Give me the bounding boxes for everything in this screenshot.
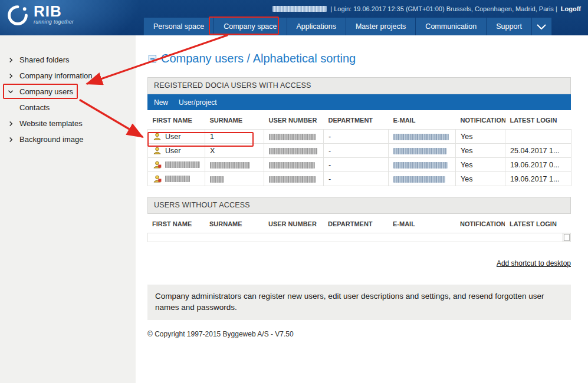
sidebar-item-label: Contacts bbox=[19, 103, 50, 112]
login-info: | Login: 19.06.2017 12:35 (GMT+01:00) Br… bbox=[330, 5, 557, 12]
redacted-user-number bbox=[269, 134, 316, 140]
new-button[interactable]: New bbox=[154, 98, 168, 107]
sidebar-item-company-users[interactable]: Company users bbox=[0, 84, 136, 100]
users-without-access-grid: FIRST NAME SURNAME USER NUMBER DEPARTMEN… bbox=[147, 214, 571, 233]
redacted-surname bbox=[210, 176, 224, 183]
sidebar-item-label: Shared folders bbox=[19, 55, 70, 64]
chevron-right-icon bbox=[8, 57, 14, 63]
chevron-placeholder bbox=[8, 105, 14, 111]
redacted-user-number bbox=[269, 148, 317, 154]
column-header-row: FIRST NAME SURNAME USER NUMBER DEPARTMEN… bbox=[148, 110, 571, 130]
redacted-first-name bbox=[165, 176, 190, 182]
column-header-surname[interactable]: SURNAME bbox=[205, 214, 264, 233]
app-header: RIB running together | Login: 19.06.2017… bbox=[0, 0, 588, 35]
tab-applications[interactable]: Applications bbox=[287, 18, 346, 35]
scrollbar-track bbox=[563, 233, 570, 242]
sidebar-item-contacts[interactable]: Contacts bbox=[0, 100, 136, 115]
sidebar-item-shared-folders[interactable]: Shared folders bbox=[0, 52, 136, 68]
redacted-email bbox=[393, 134, 449, 140]
users-without-access-table: USERS WITHOUT ACCESS FIRST NAME SURNAME … bbox=[147, 197, 571, 242]
tab-personal-space[interactable]: Personal space bbox=[143, 18, 214, 35]
column-header-latest-login[interactable]: LATEST LOGIN bbox=[505, 110, 571, 130]
shortcut-link-row: Add shortcut to desktop bbox=[147, 257, 571, 268]
cell-latest-login bbox=[505, 130, 571, 144]
section-collapse-icon bbox=[149, 55, 156, 62]
users-without-access-title: USERS WITHOUT ACCESS bbox=[147, 197, 571, 214]
redacted-username bbox=[272, 6, 327, 12]
rib-logo-icon bbox=[7, 5, 28, 26]
column-header-user-number[interactable]: USER NUMBER bbox=[264, 110, 324, 130]
redacted-email bbox=[393, 148, 446, 154]
cell-surname: 1 bbox=[205, 130, 264, 144]
table-row[interactable]: - Yes 19.06.2017 1... bbox=[148, 172, 571, 186]
copyright-text: © Copyright 1997-2015 Byggeweb A/S - V7.… bbox=[147, 330, 588, 338]
page-title: Company users / Alphabetical sorting bbox=[161, 52, 356, 65]
column-header-latest-login[interactable]: LATEST LOGIN bbox=[505, 214, 571, 233]
column-header-user-number[interactable]: USER NUMBER bbox=[264, 214, 323, 233]
table-toolbar: New User/project bbox=[147, 94, 571, 110]
column-header-email[interactable]: E-MAIL bbox=[389, 110, 456, 130]
redacted-user-number bbox=[269, 176, 316, 183]
registered-users-grid: FIRST NAME SURNAME USER NUMBER DEPARTMEN… bbox=[147, 110, 571, 186]
tab-communication[interactable]: Communication bbox=[416, 18, 487, 35]
chevron-right-icon bbox=[8, 73, 14, 79]
column-header-notification[interactable]: NOTIFICATION... bbox=[456, 110, 505, 130]
sidebar-item-website-templates[interactable]: Website templates bbox=[0, 115, 136, 131]
user-admin-icon bbox=[153, 175, 162, 183]
sidebar: Shared folders Company information Compa… bbox=[0, 35, 136, 383]
table-row[interactable]: User X - Yes 25.04.2017 1... bbox=[148, 144, 571, 158]
sidebar-item-background-image[interactable]: Background image bbox=[0, 131, 136, 147]
redacted-surname bbox=[210, 162, 250, 169]
cell-notification: Yes bbox=[456, 130, 505, 144]
cell-department: - bbox=[324, 130, 389, 144]
page-title-row: Company users / Alphabetical sorting bbox=[149, 52, 588, 65]
sidebar-item-company-information[interactable]: Company information bbox=[0, 68, 136, 84]
table-row[interactable]: - Yes 19.06.2017 0... bbox=[148, 158, 571, 172]
rib-logo[interactable]: RIB running together bbox=[7, 4, 74, 26]
column-header-department[interactable]: DEPARTMENT bbox=[323, 214, 388, 233]
column-header-email[interactable]: E-MAIL bbox=[388, 214, 455, 233]
session-info: | Login: 19.06.2017 12:35 (GMT+01:00) Br… bbox=[272, 5, 581, 12]
chevron-right-icon bbox=[8, 137, 14, 143]
cell-department: - bbox=[324, 158, 389, 172]
sidebar-item-label: Company users bbox=[19, 87, 73, 96]
tab-master-projects[interactable]: Master projects bbox=[346, 18, 416, 35]
chevron-down-icon bbox=[8, 89, 14, 95]
cell-first-name: User bbox=[165, 133, 180, 141]
sidebar-item-label: Website templates bbox=[19, 119, 83, 128]
page: RIB running together | Login: 19.06.2017… bbox=[0, 0, 588, 383]
empty-table-body bbox=[147, 233, 571, 242]
main-content: Company users / Alphabetical sorting REG… bbox=[136, 35, 588, 383]
sidebar-item-label: Background image bbox=[19, 135, 83, 144]
column-header-first-name[interactable]: FIRST NAME bbox=[147, 214, 205, 233]
user-project-button[interactable]: User/project bbox=[179, 98, 217, 107]
logoff-link[interactable]: Logoff bbox=[561, 5, 581, 12]
registered-users-table: REGISTERED DOCIA USERS WITH ACCESS New U… bbox=[147, 77, 571, 186]
sidebar-item-label: Company information bbox=[19, 71, 93, 80]
nav-more-tab[interactable] bbox=[532, 18, 552, 35]
scrollbar-thumb[interactable] bbox=[564, 234, 570, 241]
cell-department: - bbox=[324, 144, 389, 158]
column-header-department[interactable]: DEPARTMENT bbox=[324, 110, 389, 130]
column-header-notification[interactable]: NOTIFICATION... bbox=[455, 214, 505, 233]
user-icon bbox=[153, 133, 162, 140]
cell-notification: Yes bbox=[456, 144, 505, 158]
column-header-first-name[interactable]: FIRST NAME bbox=[148, 110, 205, 130]
cell-latest-login: 19.06.2017 1... bbox=[505, 172, 571, 186]
table-row[interactable]: User 1 - Yes bbox=[148, 130, 571, 144]
chevron-right-icon bbox=[8, 121, 14, 127]
user-icon bbox=[153, 147, 162, 154]
registered-users-title: REGISTERED DOCIA USERS WITH ACCESS bbox=[147, 77, 571, 94]
info-box: Company administrators can register new … bbox=[147, 285, 571, 320]
cell-notification: Yes bbox=[456, 172, 505, 186]
tab-support[interactable]: Support bbox=[487, 18, 532, 35]
cell-surname: X bbox=[205, 144, 264, 158]
column-header-surname[interactable]: SURNAME bbox=[205, 110, 264, 130]
cell-department: - bbox=[324, 172, 389, 186]
tab-company-space[interactable]: Company space bbox=[214, 18, 287, 35]
add-shortcut-link[interactable]: Add shortcut to desktop bbox=[497, 259, 571, 268]
cell-latest-login: 19.06.2017 0... bbox=[505, 158, 571, 172]
redacted-email bbox=[393, 176, 445, 183]
cell-notification: Yes bbox=[456, 158, 505, 172]
column-header-row: FIRST NAME SURNAME USER NUMBER DEPARTMEN… bbox=[147, 214, 571, 233]
